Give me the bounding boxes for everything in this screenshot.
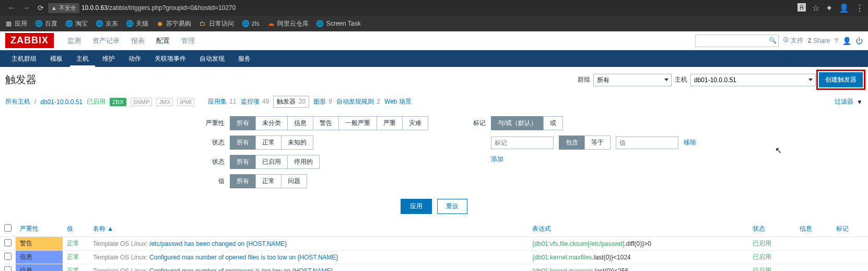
nav-reports[interactable]: 报表 [126,32,150,50]
trigger-name-link[interactable]: Configured max number of processes is to… [149,267,333,272]
bookmark-item[interactable]: 🌐京东 [95,19,118,28]
bookmark-item[interactable]: ◉苏宁易购 [156,19,191,28]
tags-mode-or[interactable]: 或 [543,116,563,130]
crumb-discovery[interactable]: 自动发现规则 2 [336,97,380,106]
snmp-tag[interactable]: SNMP [131,98,153,106]
col-severity[interactable]: 严重性 [16,221,63,237]
bookmark-item[interactable]: 🗀日常访问 [198,19,234,28]
power-icon[interactable]: ⏻ [855,37,863,45]
back-icon[interactable]: ← [7,3,16,13]
url-display[interactable]: 10.0.0.63/zabbix/triggers.php?groupid=0&… [81,4,236,12]
row-checkbox[interactable] [4,266,11,271]
subnav-maintenance[interactable]: 维护 [96,51,121,67]
state-all[interactable]: 所有 [230,136,256,150]
status-enabled[interactable]: 已启用 [255,155,288,169]
tag-name-input[interactable] [491,137,554,149]
crumb-triggers[interactable]: 触发器 20 [273,96,309,108]
apps-shortcut[interactable]: ▦应用 [4,19,27,28]
subnav-actions[interactable]: 动作 [122,51,147,67]
profile-icon[interactable]: 👤 [839,3,849,13]
apply-button[interactable]: 应用 [401,199,432,214]
value-all[interactable]: 所有 [230,174,256,188]
host-select[interactable]: db01-10.0.0.51 [690,74,816,86]
severity-average[interactable]: 一般严重 [338,116,377,130]
search-icon[interactable]: 🔍 [769,37,777,44]
col-name[interactable]: 名称 ▲ [89,221,528,237]
support-link[interactable]: ⦿ 支持 [783,36,803,45]
expression-key-link[interactable]: {db01:kernel.maxfiles [532,254,592,261]
status-disabled[interactable]: 停用的 [287,155,320,169]
status-link[interactable]: 已启用 [753,267,771,271]
create-trigger-button[interactable]: 创建触发器 [819,72,863,87]
filter-icon[interactable]: ▼ [857,98,863,106]
nav-monitoring[interactable]: 监测 [62,32,86,50]
expression-key-link[interactable]: {db01:kernel.maxproc [532,267,593,272]
tag-add-link[interactable]: 添加 [491,155,503,164]
severity-unclassified[interactable]: 未分类 [255,116,288,130]
bookmark-item[interactable]: 🌐天猫 [125,19,148,28]
col-status[interactable]: 状态 [748,221,795,237]
nav-configuration[interactable]: 配置 [151,32,175,50]
bookmark-item[interactable]: 🌐百度 [34,19,57,28]
crumb-graphs[interactable]: 图形 9 [313,97,332,106]
subnav-templates[interactable]: 模板 [44,51,69,67]
status-all[interactable]: 所有 [230,155,256,169]
select-all-checkbox[interactable] [4,224,11,232]
bookmark-star-icon[interactable]: ☆ [812,3,819,13]
value-problem[interactable]: 问题 [281,174,307,188]
zabbix-logo[interactable]: ZABBIX [5,33,54,48]
status-link[interactable]: 已启用 [753,253,771,261]
tag-remove-link[interactable]: 移除 [684,138,696,147]
nav-inventory[interactable]: 资产记录 [87,32,125,50]
nav-administration[interactable]: 管理 [176,32,200,50]
group-select[interactable]: 所有 [593,74,672,86]
severity-all[interactable]: 所有 [230,116,256,130]
subnav-discovery[interactable]: 自动发现 [193,51,231,67]
tag-op-contains[interactable]: 包含 [559,136,585,150]
search-input[interactable] [695,35,779,47]
state-normal[interactable]: 正常 [255,136,281,150]
severity-info[interactable]: 信息 [287,116,313,130]
bookmark-item[interactable]: 🌐zls [241,19,260,28]
translate-icon[interactable]: 🅰 [797,3,806,13]
forward-icon[interactable]: → [22,3,30,13]
subnav-hostgroups[interactable]: 主机群组 [5,51,43,67]
severity-disaster[interactable]: 灾难 [402,116,428,130]
crumb-items[interactable]: 监控项 49 [241,97,269,106]
severity-warning[interactable]: 警告 [313,116,339,130]
jmx-tag[interactable]: JMX [156,98,173,106]
trigger-name-link[interactable]: /etc/passwd has been changed on {HOST.NA… [149,240,287,247]
bookmark-item[interactable]: 🌐Screen Task [316,19,361,28]
insecure-badge[interactable]: ▲ 不安全 [48,3,79,13]
tag-op-equals[interactable]: 等于 [584,136,611,150]
host-link[interactable]: db01-10.0.0.51 [40,98,83,106]
expression-key-link[interactable]: {db01:vfs.file.cksum[/etc/passwd] [532,240,624,247]
tags-mode-andor[interactable]: 与/或（默认） [491,116,544,130]
subnav-correlation[interactable]: 关联项事件 [148,51,192,67]
severity-high[interactable]: 严重 [377,116,403,130]
subnav-hosts[interactable]: 主机 [70,51,95,67]
share-link[interactable]: Z Share [807,37,830,44]
subnav-services[interactable]: 服务 [232,51,257,67]
reset-button[interactable]: 重设 [437,199,467,214]
all-hosts-link[interactable]: 所有主机 [5,97,30,106]
reload-icon[interactable]: ⟳ [38,4,44,12]
crumb-applications[interactable]: 应用集 11 [208,97,237,106]
crumb-web[interactable]: Web 场景 [384,97,412,106]
menu-icon[interactable]: ⋮ [855,3,864,13]
status-link[interactable]: 已启用 [753,240,771,247]
value-ok[interactable]: 正常 [255,174,281,188]
row-checkbox[interactable] [4,253,11,260]
user-icon[interactable]: 👤 [842,37,851,45]
trigger-name-link[interactable]: Configured max number of opened files is… [149,254,338,261]
ipmi-tag[interactable]: IPMI [177,98,194,106]
extensions-icon[interactable]: ✦ [826,3,832,13]
bookmark-item[interactable]: 🌐淘宝 [65,19,88,28]
zbx-tag[interactable]: ZBX [110,98,126,106]
bookmark-item[interactable]: ☁阿里云仓库 [267,19,309,28]
help-icon[interactable]: ? [834,37,838,45]
filter-label[interactable]: 过滤器 [835,97,853,106]
tag-value-input[interactable] [616,137,678,149]
state-unknown[interactable]: 未知的 [281,136,313,150]
row-checkbox[interactable] [4,239,11,246]
